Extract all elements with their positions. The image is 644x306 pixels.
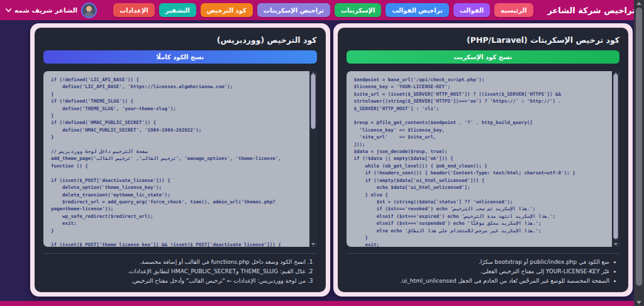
nav-button-label: الإعدادات <box>119 7 148 14</box>
scripts-code-block[interactable]: $endpoint = base_url('/api/check_script.… <box>347 71 620 247</box>
wordpress-scrollbar-thumb[interactable] <box>311 74 316 129</box>
wordpress-notes: 1. انسخ الكود وضعه داخل functions.php في… <box>43 258 317 286</box>
note-item: ضع الكود في public/index.php أو bootstra… <box>347 258 616 267</box>
note-item: غيّر YOUR-LICENSE-KEY إلى مفتاح الترخيص … <box>347 267 616 276</box>
scripts-code-container: $endpoint = base_url('/api/check_script.… <box>347 71 620 247</box>
nav-button-label: الرئيسية <box>501 7 527 14</box>
scroll-up-icon[interactable] <box>636 2 641 5</box>
note-item: الصفحة المخصصة للوضع غير المرخّص تُعاد م… <box>347 276 616 286</box>
page-scrollbar[interactable] <box>634 0 644 306</box>
nav-button[interactable]: الإعدادات <box>113 3 155 17</box>
note-item: 2. عدّل القيم: THEME_SLUG وHMAC_PUBLIC_S… <box>43 267 313 276</box>
divider <box>347 253 620 254</box>
divider <box>43 253 317 254</box>
scroll-down-icon[interactable] <box>614 243 618 246</box>
scripts-code-scrollbar[interactable] <box>612 71 619 247</box>
scripts-scrollbar-thumb[interactable] <box>613 74 618 239</box>
user-avatar[interactable] <box>81 3 97 18</box>
main-content: كود ترخيص الإسكربتات (PHP/Laravel) نسخ ك… <box>0 20 644 306</box>
copy-full-code-button[interactable]: نسخ الكود كاملًا <box>43 50 317 64</box>
nav-button[interactable]: الرئيسية <box>494 3 533 17</box>
user-name[interactable]: الشاعر شريف شمه <box>14 6 77 14</box>
chevron-down-icon[interactable] <box>6 6 12 13</box>
nav-button-label: كود الترخيص <box>207 7 247 14</box>
nav-button[interactable]: الإسكربتات <box>335 3 381 17</box>
nav-button[interactable]: التشفير <box>159 3 196 17</box>
wordpress-license-panel: كود الترخيص (ووردبريس) نسخ الكود كاملًا … <box>35 28 326 292</box>
scripts-license-panel: كود ترخيص الإسكربتات (PHP/Laravel) نسخ ك… <box>338 28 629 292</box>
scroll-down-icon[interactable] <box>636 301 641 304</box>
user-photo <box>82 4 96 17</box>
nav-button-label: التشفير <box>165 7 190 14</box>
page-title: تراخيص شركة الشاعر <box>547 6 635 15</box>
note-item: 3. من لوحة ووردبريس: الإعدادات ← "ترخيص … <box>43 276 313 286</box>
scroll-down-icon[interactable] <box>311 243 315 246</box>
nav-button[interactable]: القوالب <box>453 3 490 17</box>
nav-button-label: القوالب <box>460 7 484 14</box>
page-scrollbar-thumb[interactable] <box>636 8 642 286</box>
nav-button[interactable]: تراخيص الإسكربتات <box>257 3 330 17</box>
scripts-panel-title: كود ترخيص الإسكربتات (PHP/Laravel) <box>347 35 620 45</box>
wordpress-code-scrollbar[interactable] <box>309 71 317 247</box>
scripts-notes: ضع الكود في public/index.php أو bootstra… <box>347 258 620 286</box>
nav-button[interactable]: تراخيص القوالب <box>386 3 448 17</box>
wordpress-code-block[interactable]: if (!defined('LIC_API_BASE')) { define('… <box>43 71 317 247</box>
nav-button[interactable]: كود الترخيص <box>201 3 253 17</box>
main-nav: الرئيسية القوالب تراخيص القوالب الإسكربت… <box>113 3 533 17</box>
nav-button-label: الإسكربتات <box>341 7 375 14</box>
scripts-license-card: كود ترخيص الإسكربتات (PHP/Laravel) نسخ ك… <box>333 23 633 297</box>
nav-button-label: تراخيص الإسكربتات <box>264 7 324 14</box>
copy-script-code-button[interactable]: نسخ كود الإسكربت <box>347 50 620 64</box>
wordpress-panel-title: كود الترخيص (ووردبريس) <box>43 35 317 45</box>
note-item: 1. انسخ الكود وضعه داخل functions.php في… <box>43 258 313 267</box>
app-header: تراخيص شركة الشاعر الرئيسية القوالب تراخ… <box>0 0 644 20</box>
wordpress-license-card: كود الترخيص (ووردبريس) نسخ الكود كاملًا … <box>30 23 330 297</box>
footer-strip <box>0 301 644 306</box>
nav-button-label: تراخيص القوالب <box>392 7 442 14</box>
user-menu[interactable]: الشاعر شريف شمه <box>6 3 97 18</box>
wordpress-code-container: if (!defined('LIC_API_BASE')) { define('… <box>43 71 317 247</box>
